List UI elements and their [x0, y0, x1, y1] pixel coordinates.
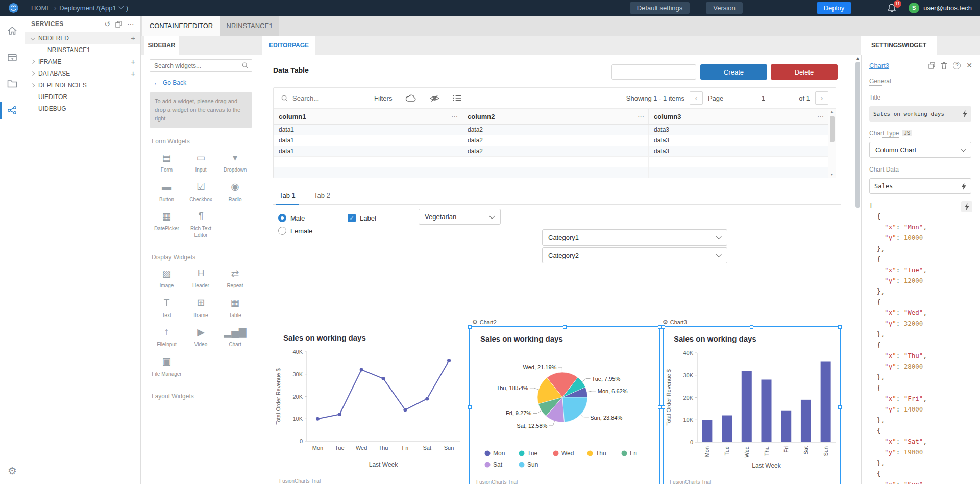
duplicate-panel-icon[interactable] [115, 21, 122, 28]
resize-handle[interactable] [468, 325, 472, 329]
ubos-logo-icon[interactable] [8, 3, 19, 13]
chart-data-code[interactable]: [ { "x": "Mon", "y": 10000 }, { "x": "Tu… [869, 200, 972, 484]
trash-icon[interactable] [941, 62, 947, 69]
column-menu-icon[interactable]: ⋯ [638, 113, 644, 120]
widget-item-iframe[interactable]: ⊞Iframe [184, 295, 218, 319]
filters-button[interactable]: Filters [374, 94, 392, 102]
version-button[interactable]: Version [706, 2, 742, 14]
radio-female[interactable] [278, 227, 286, 235]
data-table-input[interactable] [611, 64, 696, 80]
data-table-widget[interactable]: Filters Showing 1 - 1 items ‹ Page of 1 … [273, 87, 836, 178]
scroll-up-icon[interactable]: ▲ [830, 109, 834, 115]
settings-gear-icon[interactable]: ⚙ [8, 465, 17, 477]
editor-canvas[interactable]: Data Table Create Delete Filters Showing… [261, 55, 861, 484]
table-scrollbar[interactable]: ▲ ▼ [828, 109, 836, 178]
avatar[interactable]: S [909, 3, 919, 13]
chart2-pie-widget[interactable]: Sales on working days Mon, 6.62%Tue, 7.9… [469, 326, 660, 484]
tab-nrinstance1[interactable]: NRINSTANCE1 [220, 16, 279, 36]
widget-item-text[interactable]: TText [150, 295, 184, 319]
help-icon[interactable]: ? [953, 62, 961, 69]
widget-item-form[interactable]: ▤Form [150, 149, 184, 174]
add-instance-icon[interactable]: + [131, 57, 135, 66]
column-header-column1[interactable]: column1⋯ [274, 109, 462, 124]
resize-handle[interactable] [662, 325, 665, 329]
app-dropdown-caret-icon[interactable] [118, 4, 124, 9]
widget-item-repeat[interactable]: ⇄Repeat [218, 265, 252, 289]
delete-button[interactable]: Delete [771, 64, 838, 80]
refresh-icon[interactable]: ↺ [104, 20, 110, 28]
folder-icon[interactable] [0, 72, 25, 95]
chart3-widget-label[interactable]: ⚙ Chart3 [663, 319, 687, 326]
widget-item-video[interactable]: ▶Video [184, 324, 218, 348]
vegetarian-select[interactable]: Vegetarian [419, 209, 501, 225]
new-project-icon[interactable] [0, 45, 25, 69]
column-header-column2[interactable]: column2⋯ [462, 109, 649, 124]
tab-settingswidget[interactable]: SETTINGSWIDGET [861, 36, 937, 55]
home-icon[interactable] [0, 19, 25, 42]
canvas-scrollbar[interactable]: ▲ [855, 56, 861, 483]
canvas-scroll-thumb[interactable] [855, 62, 860, 208]
column-menu-icon[interactable]: ⋯ [817, 113, 824, 120]
deploy-button[interactable]: Deploy [817, 2, 851, 14]
add-instance-icon[interactable]: + [131, 34, 135, 42]
add-instance-icon[interactable]: + [131, 69, 135, 78]
widget-item-header[interactable]: HHeader [184, 265, 218, 289]
next-page-button[interactable]: › [815, 91, 828, 105]
widget-item-dropdown[interactable]: ▾Dropdown [218, 149, 252, 174]
widget-item-datepicker[interactable]: ▦DatePicker [150, 208, 184, 238]
table-row[interactable] [274, 167, 836, 178]
resize-handle[interactable] [563, 325, 567, 329]
copy-icon[interactable] [928, 62, 935, 69]
sidebar-item-iframe[interactable]: IFRAME+ [25, 56, 140, 67]
widget-item-fileinput[interactable]: ↑FileInput [150, 324, 184, 348]
widget-item-file-manager[interactable]: ▣File Manager [150, 353, 184, 378]
hide-columns-eye-icon[interactable] [430, 94, 439, 102]
chart2-widget-label[interactable]: ⚙ Chart2 [472, 319, 497, 326]
sidebar-item-nodered[interactable]: NODERED+ [25, 32, 140, 44]
close-icon[interactable]: ✕ [966, 61, 972, 69]
resize-handle[interactable] [658, 405, 662, 409]
resize-handle[interactable] [468, 405, 472, 409]
cloud-download-icon[interactable] [405, 94, 416, 102]
title-value-field[interactable]: Sales on working days [869, 106, 971, 122]
tab-containereditor[interactable]: CONTAINEREDITOR [142, 16, 220, 36]
chart3-column-widget[interactable]: Sales on working days 010K20K30K40KMonTu… [663, 326, 841, 484]
widget-item-checkbox[interactable]: ☑Checkbox [184, 179, 218, 203]
widget-search-input[interactable] [150, 59, 252, 72]
resize-handle[interactable] [838, 325, 842, 329]
page-number-input[interactable] [732, 92, 794, 104]
chart-type-select[interactable]: Column Chart [869, 142, 971, 158]
sidebar-item-nrinstance1[interactable]: NRINSTANCE1 [25, 44, 140, 56]
bolt-icon[interactable] [962, 183, 966, 190]
tree-expand-right-icon[interactable] [31, 83, 35, 87]
table-scroll-thumb[interactable] [830, 116, 835, 142]
tab-editorpage[interactable]: EDITORPAGE [262, 36, 315, 55]
category1-select[interactable]: Category1 [542, 229, 727, 246]
widget-item-image[interactable]: ▨Image [150, 265, 184, 289]
selected-widget-link[interactable]: Chart3 [869, 62, 889, 69]
table-row[interactable]: data1data2data3 [274, 125, 836, 135]
notifications-bell-icon[interactable]: 11 [887, 3, 897, 13]
go-back-link[interactable]: ← Go Back [154, 79, 252, 86]
bolt-icon[interactable] [961, 201, 972, 212]
widget-item-radio[interactable]: ◉Radio [218, 179, 252, 203]
create-button[interactable]: Create [700, 64, 767, 80]
tree-expand-right-icon[interactable] [31, 71, 35, 75]
default-settings-button[interactable]: Default settings [630, 2, 690, 14]
sidebar-item-dependencies[interactable]: DEPENDENCIES [25, 79, 140, 91]
table-row[interactable]: data1data2data3 [274, 135, 836, 146]
breadcrumb-app[interactable]: Deployment /(App1 [59, 4, 116, 12]
widget-item-rich-text-editor[interactable]: ¶Rich Text Editor [184, 208, 218, 238]
chart-data-editor[interactable]: [ { "x": "Mon", "y": 10000 }, { "x": "Tu… [869, 200, 972, 484]
column-header-column3[interactable]: column3⋯ [649, 109, 828, 124]
widget-item-input[interactable]: ▭Input [184, 149, 218, 174]
sidebar-item-database[interactable]: DATABASE+ [25, 67, 140, 79]
category2-select[interactable]: Category2 [542, 247, 727, 263]
column-menu-icon[interactable]: ⋯ [451, 113, 458, 120]
tab-sidebar[interactable]: SIDEBAR [144, 36, 179, 55]
tab-1[interactable]: Tab 1 [276, 188, 299, 205]
widget-item-chart[interactable]: ▂▅▇Chart [218, 324, 252, 348]
more-options-icon[interactable]: ⋯ [127, 20, 134, 28]
services-flow-icon[interactable] [0, 99, 25, 122]
scroll-down-icon[interactable]: ▼ [830, 172, 834, 178]
